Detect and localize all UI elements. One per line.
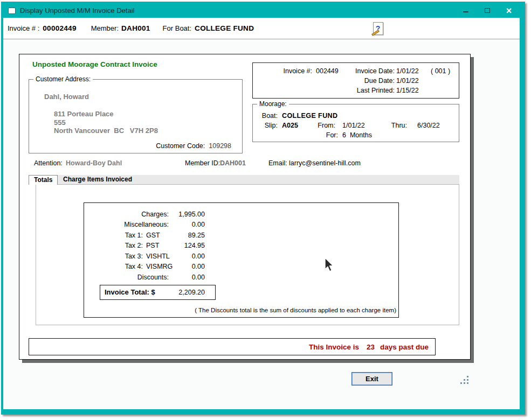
moorage-group: Moorage: Boat: COLLEGE FUND Slip: A025 F… [252,104,459,142]
member-id-value: DAH001 [220,159,246,167]
row-label: Tax 1: [84,232,143,239]
window-controls: × [455,3,520,18]
total-row: Discounts: 0.00 [84,272,398,283]
total-row: Tax 3: VISHTL 0.00 [84,251,398,262]
total-row: Miscellaneous: 0.00 [84,220,398,230]
close-icon: × [506,6,512,15]
customer-address-group: Customer Address: Dahl, Howard 811 Porte… [29,79,243,153]
row-value: 0.00 [169,274,205,281]
invoice-info-row: Last Printed: 1/15/22 [253,87,459,95]
window-icon [8,8,16,14]
row-label: Miscellaneous: [84,221,169,228]
row-label: Tax 4: [84,263,143,270]
invoice-number-label: Invoice #: [253,67,312,75]
maximize-icon [485,8,490,13]
resize-grip-icon [460,382,462,384]
row-label: Tax 2: [84,242,143,249]
row-value: 1,995.00 [169,211,205,218]
address-line-2: 555 [54,118,158,127]
customer-address: 811 Porteau Place 555 North Vancouver BC… [54,110,158,135]
tab-totals[interactable]: Totals [29,175,58,185]
address-line-3: North Vancouver BC V7H 2P8 [54,127,158,135]
due-date-label: Due Date: [328,77,395,85]
thru-label: Thru: [388,122,407,129]
thru-value: 6/30/22 [417,122,440,129]
tab-charge-items-invoiced[interactable]: Charge Items Invoiced [58,175,137,185]
row-label: Tax 3: [84,253,143,260]
header-invoice-label: Invoice # : [8,24,39,32]
totals-rows: Charges: 1,995.00 Miscellaneous: 0.00 Ta… [84,209,398,283]
titlebar[interactable]: Display Unposted M/M Invoice Detail × [3,3,520,18]
app-window: Display Unposted M/M Invoice Detail × In… [1,2,525,415]
address-line-1: 811 Porteau Place [54,110,158,118]
header-member-value: DAH001 [121,24,150,32]
invoice-panel: Unposted Moorage Contract Invoice Custom… [19,54,471,360]
past-due-banner: This Invoice is 23 days past due [29,338,436,355]
tab-bar: Totals Charge Items Invoiced [29,175,459,185]
slip-value: A025 [282,122,298,129]
row-label: Discounts: [84,274,169,281]
pencil-icon [371,30,380,36]
email-label: Email: [268,159,287,167]
customer-code-value: 109298 [209,142,231,150]
customer-code-label: Customer Code: [156,142,205,150]
header-bar: Invoice # : 00002449 Member: DAH001 For … [3,18,520,39]
total-row: Tax 4: VISMRG 0.00 [84,262,398,272]
moorage-row: Boat: COLLEGE FUND [253,112,459,120]
from-value: 1/01/22 [342,122,365,129]
moorage-row: For: 6 Months [253,131,459,139]
help-icon [373,22,383,35]
attention-value: Howard-Boy Dahl [66,159,122,167]
window-title: Display Unposted M/M Invoice Detail [20,6,134,15]
member-id-label: Member ID: [185,159,220,167]
header-boat-label: For Boat: [163,24,191,32]
contact-row: Attention: Howard-Boy Dahl Member ID: DA… [19,159,470,168]
total-row: Charges: 1,995.00 [84,209,398,220]
exit-button[interactable]: Exit [351,372,392,386]
close-button[interactable]: × [498,3,520,18]
screen: Display Unposted M/M Invoice Detail × In… [0,0,531,420]
boat-label: Boat: [260,112,278,120]
attention-label: Attention: [34,159,63,167]
last-printed-label: Last Printed: [328,87,395,94]
past-due-suffix: days past due [380,343,429,351]
invoice-date-value: 1/01/22 [396,67,419,75]
minimize-button[interactable] [455,3,477,18]
header-invoice-value: 00002449 [43,24,76,32]
for-label: For: [318,131,338,139]
last-printed-value: 1/15/22 [396,87,419,94]
past-due-prefix: This Invoice is [309,343,359,351]
moorage-row: Slip: A025 From: 1/01/22 Thru: 6/30/22 [253,122,459,130]
boat-value: COLLEGE FUND [282,112,337,120]
for-value: 6 Months [342,131,372,139]
customer-name: Dahl, Howard [44,93,89,101]
help-button[interactable] [370,20,386,37]
tax-code: VISHTL [143,253,169,260]
tax-code: PST [143,242,169,249]
row-value: 0.00 [169,221,205,228]
row-value: 124.95 [169,242,205,249]
discounts-note: ( The Discounts total is the sum of disc… [195,307,396,313]
row-value: 89.25 [169,232,205,239]
row-label: Charges: [84,211,169,218]
maximize-button[interactable] [477,3,498,18]
customer-address-legend: Customer Address: [33,75,93,83]
slip-label: Slip: [260,122,278,129]
header-member-label: Member: [91,24,119,32]
total-row: Tax 1: GST 89.25 [84,230,398,241]
tax-code: GST [143,232,169,239]
invoice-sequence: ( 001 ) [431,67,450,75]
resize-grip[interactable] [459,375,470,386]
invoice-total-box: Invoice Total: $ 2,209.20 [100,285,216,300]
header-boat-value: COLLEGE FUND [195,24,254,32]
invoice-date-label: Invoice Date: [328,67,395,75]
total-row: Tax 2: PST 124.95 [84,241,398,251]
moorage-legend: Moorage: [257,100,289,108]
totals-box: Charges: 1,995.00 Miscellaneous: 0.00 Ta… [84,202,399,318]
row-value: 0.00 [169,263,205,270]
totals-tab-panel: Charges: 1,995.00 Miscellaneous: 0.00 Ta… [36,184,459,325]
invoice-info-box: Invoice #: 002449 Invoice Date: 1/01/22 … [252,62,459,99]
minimize-icon [463,11,468,12]
invoice-total-value: 2,209.20 [178,285,205,299]
row-value: 0.00 [169,253,205,260]
